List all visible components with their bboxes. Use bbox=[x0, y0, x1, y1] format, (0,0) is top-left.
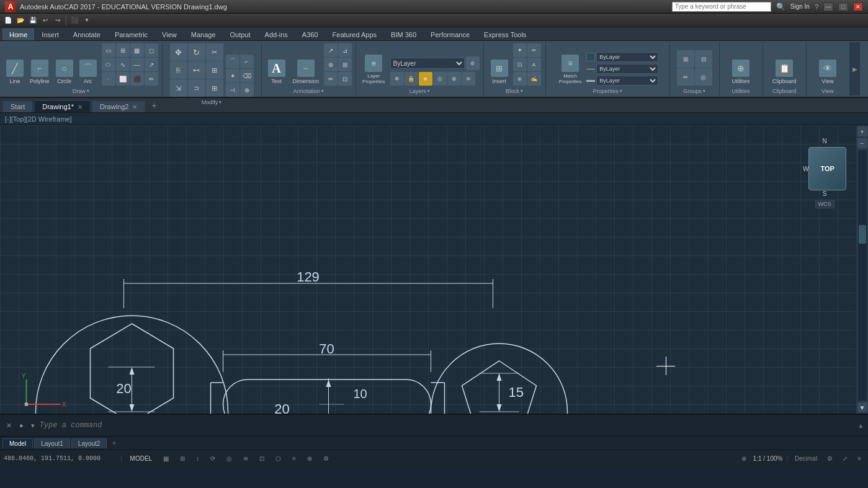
tab-parametric[interactable]: Parametric bbox=[108, 29, 154, 40]
circle-button[interactable]: ○ Circle bbox=[53, 58, 76, 86]
markup-btn[interactable]: ✏ bbox=[324, 72, 338, 86]
dimension-button[interactable]: ↔ Dimension bbox=[290, 58, 322, 86]
tab-layout2[interactable]: Layout2 bbox=[71, 438, 107, 448]
wipeout-btn[interactable]: ⬛ bbox=[130, 72, 144, 86]
maximize-button[interactable]: □ bbox=[838, 2, 848, 11]
qprops-btn[interactable]: ⚙ bbox=[320, 454, 332, 463]
pan-down-btn[interactable]: ▼ bbox=[857, 402, 867, 412]
draw-group-label[interactable]: Draw ▾ bbox=[4, 87, 158, 94]
offset-btn[interactable]: ⊃ bbox=[188, 79, 205, 97]
properties-group-label[interactable]: Properties ▾ bbox=[550, 87, 666, 94]
extend-btn[interactable]: ⊣ bbox=[226, 83, 239, 97]
cmd-close-btn[interactable]: ✕ bbox=[4, 420, 14, 431]
table-btn[interactable]: ⊞ bbox=[338, 58, 352, 71]
chamfer-btn[interactable]: ⌐ bbox=[240, 55, 254, 68]
customize-status-btn[interactable]: ≡ bbox=[854, 454, 864, 463]
signin-button[interactable]: Sign In bbox=[790, 3, 810, 10]
color-select[interactable]: ByLayer bbox=[596, 52, 658, 62]
tab-annotate[interactable]: Annotate bbox=[66, 29, 107, 40]
group-btn[interactable]: ⊞ bbox=[677, 50, 694, 68]
zoom-scroll-thumb[interactable] bbox=[859, 225, 866, 244]
create-block-btn[interactable]: ✦ bbox=[513, 43, 527, 57]
workspace-switch-btn[interactable]: ⚙ bbox=[824, 454, 836, 463]
tab-addins[interactable]: Add-ins bbox=[258, 29, 295, 40]
erase-btn[interactable]: ⌫ bbox=[240, 69, 254, 82]
tab-drawing1[interactable]: Drawing1* ✕ bbox=[34, 100, 91, 112]
tab-a360[interactable]: A360 bbox=[295, 29, 325, 40]
tab-view[interactable]: View bbox=[155, 29, 184, 40]
tab-drawing1-close[interactable]: ✕ bbox=[78, 104, 83, 110]
layer-freeze-btn[interactable]: ❄ bbox=[390, 72, 404, 86]
add-layout-btn[interactable]: + bbox=[108, 438, 120, 449]
tab-home[interactable]: Home bbox=[2, 29, 34, 40]
annotation-group-label[interactable]: Annotation ▾ bbox=[266, 87, 352, 94]
help-icon[interactable]: ? bbox=[815, 3, 818, 11]
xline-btn[interactable]: — bbox=[130, 58, 144, 71]
lineweight-btn[interactable]: ≡ bbox=[289, 454, 299, 463]
match-properties-button[interactable]: ≡ MatchProperties bbox=[557, 53, 584, 86]
workspace-btn[interactable]: ⬛ bbox=[69, 15, 80, 26]
cmd-scroll-btn[interactable]: ▲ bbox=[857, 422, 864, 429]
stretch-btn[interactable]: ⇲ bbox=[170, 79, 187, 97]
spline-btn[interactable]: ∿ bbox=[116, 58, 130, 71]
scale-btn[interactable]: ⊞ bbox=[206, 61, 223, 79]
cmd-dropdown-btn[interactable]: ▾ bbox=[29, 420, 37, 431]
layers-dropdown-arrow[interactable]: ▾ bbox=[427, 89, 430, 94]
block-editor-btn[interactable]: ✏ bbox=[527, 43, 541, 57]
line-button[interactable]: ╱ Line bbox=[4, 58, 26, 86]
modify-group-label[interactable]: Modify ▾ bbox=[166, 98, 257, 105]
full-screen-btn[interactable]: ⤢ bbox=[839, 454, 851, 463]
linetype-select[interactable]: ByLayer bbox=[596, 64, 658, 74]
ribbon-scroll-right[interactable]: ▶ bbox=[850, 42, 860, 95]
text-button[interactable]: A Text bbox=[266, 58, 288, 86]
insert-button[interactable]: ⊞ Insert bbox=[488, 58, 511, 86]
draw-dropdown-arrow[interactable]: ▾ bbox=[87, 89, 89, 94]
keyword-search[interactable] bbox=[672, 2, 771, 12]
command-input[interactable] bbox=[40, 421, 855, 430]
ray-btn[interactable]: ↗ bbox=[145, 58, 158, 71]
groups-group-label[interactable]: Groups ▾ bbox=[674, 87, 715, 94]
new-tab-button[interactable]: + bbox=[146, 99, 161, 112]
save-btn[interactable]: 💾 bbox=[27, 15, 38, 26]
open-file-btn[interactable]: 📂 bbox=[15, 15, 26, 26]
polar-btn[interactable]: ⟳ bbox=[207, 454, 218, 463]
group-edit-btn[interactable]: ✏ bbox=[677, 68, 694, 86]
tab-layout1[interactable]: Layout1 bbox=[34, 438, 70, 448]
lineweight-select[interactable]: ByLayer bbox=[596, 76, 658, 86]
attdisp-btn[interactable]: ⊕ bbox=[513, 72, 527, 86]
customize-btn[interactable]: ▼ bbox=[81, 15, 92, 26]
ducs-btn[interactable]: ⊡ bbox=[256, 454, 267, 463]
annot-style-btn[interactable]: ⊡ bbox=[338, 72, 352, 86]
tab-featured[interactable]: Featured Apps bbox=[326, 29, 384, 40]
annotation-dropdown-arrow[interactable]: ▾ bbox=[321, 89, 324, 94]
nav-cube-top-button[interactable]: TOP bbox=[808, 147, 846, 190]
transparency-btn[interactable]: ⊕ bbox=[304, 454, 315, 463]
layer-settings-btn[interactable]: ⚙ bbox=[466, 56, 480, 70]
tolerance-btn[interactable]: ⊿ bbox=[338, 43, 352, 57]
point-btn[interactable]: · bbox=[102, 72, 115, 86]
copy-btn[interactable]: ⎘ bbox=[170, 61, 187, 79]
redo-btn[interactable]: ↪ bbox=[52, 15, 63, 26]
utilities-button[interactable]: ⊕ Utilities bbox=[730, 58, 753, 86]
fillet-btn[interactable]: ⌒ bbox=[226, 55, 239, 68]
layer-misc-btn[interactable]: ⊕ bbox=[447, 72, 461, 86]
tab-performance[interactable]: Performance bbox=[424, 29, 477, 40]
center-mark-btn[interactable]: ⊕ bbox=[324, 58, 338, 71]
layer-lock-btn[interactable]: 🔒 bbox=[405, 72, 418, 86]
explode-btn[interactable]: ✦ bbox=[226, 69, 239, 82]
ortho-btn[interactable]: ↕ bbox=[193, 454, 202, 463]
boundary-btn[interactable]: ◻ bbox=[145, 43, 158, 57]
app-icon[interactable]: A bbox=[5, 1, 16, 12]
dynmode-btn[interactable]: ⬡ bbox=[272, 454, 284, 463]
minimize-button[interactable]: — bbox=[823, 2, 833, 11]
layer-properties-button[interactable]: ≡ LayerProperties bbox=[360, 53, 387, 86]
tab-express[interactable]: Express Tools bbox=[477, 29, 533, 40]
layer-isolate-btn[interactable]: ◎ bbox=[433, 72, 447, 86]
groups-dropdown-arrow[interactable]: ▾ bbox=[703, 89, 705, 94]
osnap-btn[interactable]: ◎ bbox=[223, 454, 235, 463]
arc-button[interactable]: ⌒ Arc bbox=[77, 58, 99, 86]
layer-extra-btn[interactable]: ≋ bbox=[462, 72, 475, 86]
ellipse-btn[interactable]: ⬭ bbox=[102, 58, 115, 71]
tab-manage[interactable]: Manage bbox=[184, 29, 223, 40]
tab-start[interactable]: Start bbox=[2, 100, 33, 112]
